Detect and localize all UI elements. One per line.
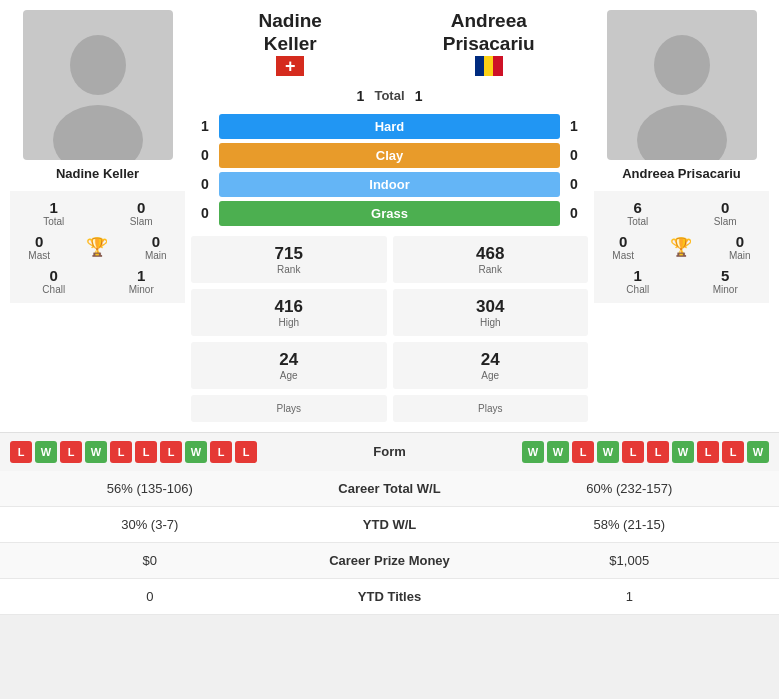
surface-row-hard: 1 Hard 1: [191, 114, 588, 139]
left-ytd-wl: 30% (3-7): [10, 517, 290, 532]
right-mast: 0 Mast: [596, 233, 651, 261]
right-ytd-titles: 1: [490, 589, 770, 604]
right-high-lbl: High: [397, 317, 585, 328]
left-stats-row1: 1 Total 0 Slam: [10, 199, 185, 227]
right-form-badges: W W L W L L W L L W: [440, 441, 770, 463]
surface-row-clay: 0 Clay 0: [191, 143, 588, 168]
grass-right: 0: [560, 205, 588, 221]
mid-stat-boxes-age: 24 Age 24 Age: [191, 342, 588, 389]
left-form-7: L: [160, 441, 182, 463]
right-trophy-icon: 🏆: [654, 236, 709, 258]
right-form-3: L: [572, 441, 594, 463]
right-form-10: W: [747, 441, 769, 463]
right-form-1: W: [522, 441, 544, 463]
right-player-name: Andreea Prisacariu: [622, 166, 741, 181]
left-form-10: L: [235, 441, 257, 463]
top-area: Nadine Keller 1 Total 0 Slam 0: [0, 0, 779, 432]
right-stats-box: 6 Total 0 Slam 0 Mast 🏆: [594, 191, 769, 303]
right-main: 0 Main: [712, 233, 767, 261]
right-form-6: L: [647, 441, 669, 463]
indoor-badge: Indoor: [219, 172, 560, 197]
right-stats-row1: 6 Total 0 Slam: [594, 199, 769, 227]
left-stats-box: 1 Total 0 Slam 0 Mast 🏆: [10, 191, 185, 303]
indoor-right: 0: [560, 176, 588, 192]
left-age-lbl: Age: [195, 370, 383, 381]
left-form-6: L: [135, 441, 157, 463]
left-form-badges: L W L W L L L W L L: [10, 441, 340, 463]
right-age-lbl: Age: [397, 370, 585, 381]
right-age-box: 24 Age: [393, 342, 589, 389]
left-career-wl: 56% (135-106): [10, 481, 290, 496]
right-form-7: W: [672, 441, 694, 463]
left-stats-row2: 0 Mast 🏆 0 Main: [10, 233, 185, 261]
right-prize: $1,005: [490, 553, 770, 568]
left-player-column: Nadine Keller 1 Total 0 Slam 0: [10, 10, 185, 422]
left-age-val: 24: [195, 350, 383, 370]
left-trophy-icon: 🏆: [70, 236, 125, 258]
surface-row-indoor: 0 Indoor 0: [191, 172, 588, 197]
left-total: 1 Total: [26, 199, 81, 227]
mid-names: NadineKeller AndreeaPrisacariu: [191, 10, 588, 82]
right-player-avatar: [607, 10, 757, 160]
right-flag-row: [475, 56, 503, 76]
right-high-val: 304: [397, 297, 585, 317]
right-total: 6 Total: [610, 199, 665, 227]
right-name-block: AndreeaPrisacariu: [390, 10, 589, 82]
left-form-1: L: [10, 441, 32, 463]
right-form-2: W: [547, 441, 569, 463]
svg-point-3: [637, 105, 727, 160]
right-rank-box: 468 Rank: [393, 236, 589, 283]
left-player-avatar: [23, 10, 173, 160]
left-chall: 0 Chall: [26, 267, 81, 295]
left-name-block: NadineKeller: [191, 10, 390, 82]
svg-point-1: [53, 105, 143, 160]
left-form-8: W: [185, 441, 207, 463]
form-label: Form: [340, 444, 440, 459]
left-form-9: L: [210, 441, 232, 463]
left-rank-val: 715: [195, 244, 383, 264]
total-label: Total: [374, 88, 404, 103]
right-rank-lbl: Rank: [397, 264, 585, 275]
right-high-box: 304 High: [393, 289, 589, 336]
right-form-9: L: [722, 441, 744, 463]
left-rank-lbl: Rank: [195, 264, 383, 275]
left-slam: 0 Slam: [114, 199, 169, 227]
surface-table: 1 Hard 1 0 Clay 0 0 Indoor 0: [191, 114, 588, 230]
left-form-2: W: [35, 441, 57, 463]
hard-left: 1: [191, 118, 219, 134]
right-plays-lbl: Plays: [397, 403, 585, 414]
clay-badge: Clay: [219, 143, 560, 168]
stats-row-career-wl: 56% (135-106) Career Total W/L 60% (232-…: [0, 471, 779, 507]
ytd-wl-label: YTD W/L: [290, 517, 490, 532]
right-ytd-wl: 58% (21-15): [490, 517, 770, 532]
left-form-5: L: [110, 441, 132, 463]
left-plays-box: Plays: [191, 395, 387, 422]
left-mid-name: NadineKeller: [259, 10, 322, 56]
left-prize: $0: [10, 553, 290, 568]
surface-row-grass: 0 Grass 0: [191, 201, 588, 226]
right-rank-val: 468: [397, 244, 585, 264]
ytd-titles-label: YTD Titles: [290, 589, 490, 604]
right-flag: [475, 56, 503, 76]
mid-stat-boxes-high: 416 High 304 High: [191, 289, 588, 336]
clay-left: 0: [191, 147, 219, 163]
left-flag: [276, 56, 304, 76]
right-chall: 1 Chall: [610, 267, 665, 295]
left-main: 0 Main: [128, 233, 183, 261]
left-flag-row: [276, 56, 304, 76]
right-form-4: W: [597, 441, 619, 463]
total-row: 1 Total 1: [346, 88, 432, 104]
form-section: L W L W L L L W L L Form W W L W L L W L…: [0, 432, 779, 471]
svg-point-2: [654, 35, 710, 95]
left-minor: 1 Minor: [114, 267, 169, 295]
hard-right: 1: [560, 118, 588, 134]
left-stats-row3: 0 Chall 1 Minor: [10, 267, 185, 295]
stats-row-ytd-wl: 30% (3-7) YTD W/L 58% (21-15): [0, 507, 779, 543]
total-right-score: 1: [405, 88, 433, 104]
prize-label: Career Prize Money: [290, 553, 490, 568]
stats-row-prize: $0 Career Prize Money $1,005: [0, 543, 779, 579]
stats-table: 56% (135-106) Career Total W/L 60% (232-…: [0, 471, 779, 615]
stats-row-ytd-titles: 0 YTD Titles 1: [0, 579, 779, 615]
right-form-5: L: [622, 441, 644, 463]
grass-left: 0: [191, 205, 219, 221]
